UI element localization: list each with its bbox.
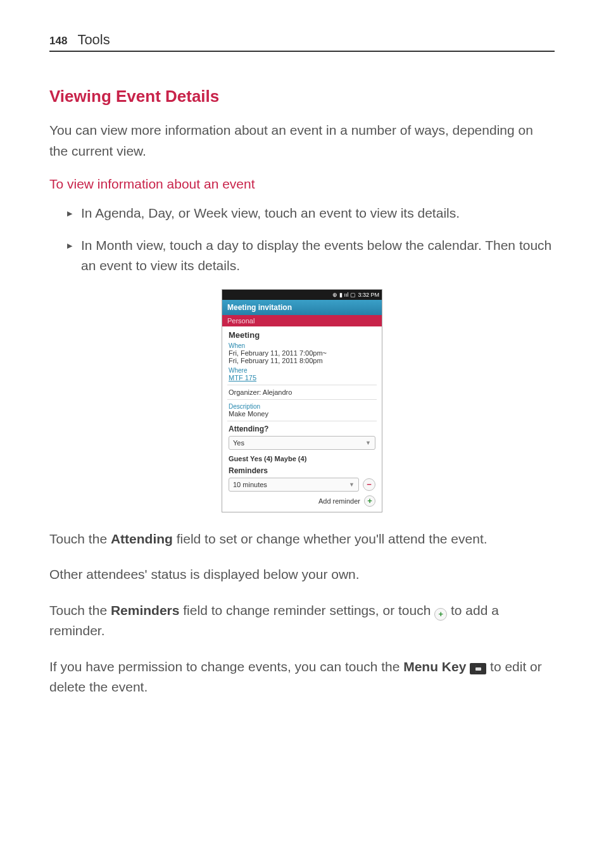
signal-icon: ▮ ııl bbox=[339, 292, 349, 298]
when-value-1: Fri, February 11, 2011 7:00pm~ bbox=[229, 349, 375, 357]
when-value-2: Fri, February 11, 2011 8:00pm bbox=[229, 357, 375, 364]
sync-icon: ⊕ bbox=[332, 292, 337, 298]
paragraph-attending: Touch the Attending field to set or chan… bbox=[49, 529, 555, 550]
where-value[interactable]: MTF 175 bbox=[229, 374, 375, 381]
bullet-item: In Agenda, Day, or Week view, touch an e… bbox=[67, 203, 555, 224]
chevron-down-icon: ▼ bbox=[349, 481, 355, 488]
section-heading: Viewing Event Details bbox=[49, 87, 555, 106]
description-value: Make Money bbox=[229, 410, 375, 418]
separator bbox=[227, 385, 377, 385]
phone-screenshot: ⊕ ▮ ııl ▢ 3:32 PM Meeting invitation Per… bbox=[49, 289, 555, 512]
event-body: Meeting When Fri, February 11, 2011 7:00… bbox=[222, 326, 382, 512]
description-label: Description bbox=[229, 403, 375, 410]
event-title: Meeting bbox=[229, 330, 375, 340]
battery-icon: ▢ bbox=[350, 292, 356, 298]
status-time: 3:32 PM bbox=[358, 292, 379, 298]
separator bbox=[227, 421, 377, 421]
paragraph-reminders: Touch the Reminders field to change remi… bbox=[49, 600, 555, 642]
reminders-label: Reminders bbox=[229, 466, 375, 475]
menu-key-icon bbox=[470, 663, 486, 674]
add-reminder-label: Add reminder bbox=[318, 497, 360, 505]
page-header: 148 Tools bbox=[49, 32, 555, 52]
reminders-keyword: Reminders bbox=[111, 603, 180, 617]
menukey-keyword: Menu Key bbox=[403, 659, 466, 674]
attending-dropdown[interactable]: Yes ▼ bbox=[229, 436, 375, 450]
remove-reminder-button[interactable]: − bbox=[363, 478, 375, 491]
attending-value: Yes bbox=[233, 439, 244, 447]
page-content: Viewing Event Details You can view more … bbox=[0, 52, 604, 698]
page-number: 148 bbox=[49, 35, 67, 47]
plus-icon: + bbox=[434, 608, 447, 621]
chevron-down-icon: ▼ bbox=[365, 440, 371, 446]
attending-keyword: Attending bbox=[111, 531, 173, 546]
when-label: When bbox=[229, 342, 375, 349]
screen-title: Meeting invitation bbox=[222, 300, 382, 315]
where-label: Where bbox=[229, 367, 375, 374]
phone-frame: ⊕ ▮ ııl ▢ 3:32 PM Meeting invitation Per… bbox=[222, 289, 382, 512]
attending-label: Attending? bbox=[229, 425, 375, 433]
add-reminder-row[interactable]: Add reminder + bbox=[229, 495, 375, 507]
organizer: Organizer: Alejandro bbox=[229, 388, 375, 396]
sub-heading: To view information about an event bbox=[49, 177, 555, 192]
status-bar: ⊕ ▮ ııl ▢ 3:32 PM bbox=[222, 290, 382, 300]
paragraph-menukey: If you have permission to change events,… bbox=[49, 657, 555, 698]
separator bbox=[227, 399, 377, 400]
reminder-value: 10 minutes bbox=[233, 481, 267, 488]
intro-paragraph: You can view more information about an e… bbox=[49, 120, 555, 161]
guests-summary: Guest Yes (4) Maybe (4) bbox=[229, 455, 375, 462]
reminder-dropdown[interactable]: 10 minutes ▼ bbox=[229, 478, 359, 492]
paragraph-attendees: Other attendees' status is displayed bel… bbox=[49, 564, 555, 585]
calendar-name: Personal bbox=[222, 315, 382, 326]
bullet-list: In Agenda, Day, or Week view, touch an e… bbox=[49, 203, 555, 276]
add-reminder-icon: + bbox=[364, 495, 375, 507]
bullet-item: In Month view, touch a day to display th… bbox=[67, 235, 555, 276]
page-section: Tools bbox=[77, 32, 110, 48]
reminder-row: 10 minutes ▼ − bbox=[229, 478, 375, 492]
